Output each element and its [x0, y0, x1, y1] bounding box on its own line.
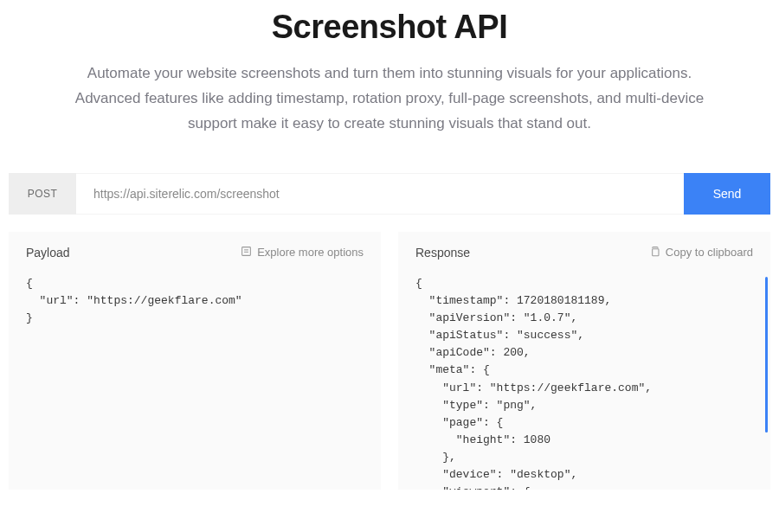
explore-options-button[interactable]: Explore more options	[241, 246, 364, 260]
send-button[interactable]: Send	[684, 173, 770, 215]
request-bar: POST https://api.siterelic.com/screensho…	[9, 173, 770, 215]
response-title: Response	[415, 246, 470, 260]
page-description: Automate your website screenshots and tu…	[61, 61, 718, 137]
svg-rect-0	[242, 247, 251, 255]
explore-icon	[241, 246, 252, 260]
copy-clipboard-button[interactable]: Copy to clipboard	[649, 246, 753, 260]
payload-body[interactable]: { "url": "https://geekflare.com" }	[26, 275, 364, 327]
payload-panel: Payload Explore more options { "url": "h…	[9, 232, 381, 490]
svg-rect-3	[652, 248, 658, 255]
explore-options-label: Explore more options	[257, 246, 364, 259]
scrollbar-thumb[interactable]	[765, 277, 768, 433]
endpoint-url[interactable]: https://api.siterelic.com/screenshot	[76, 173, 684, 215]
payload-title: Payload	[26, 246, 70, 260]
page-title: Screenshot API	[9, 9, 770, 46]
copy-clipboard-label: Copy to clipboard	[666, 246, 753, 259]
copy-icon	[649, 246, 660, 260]
response-panel: Response Copy to clipboard { "timestamp"…	[398, 232, 770, 490]
http-method: POST	[9, 173, 76, 215]
response-body: { "timestamp": 1720180181189, "apiVersio…	[415, 275, 753, 490]
